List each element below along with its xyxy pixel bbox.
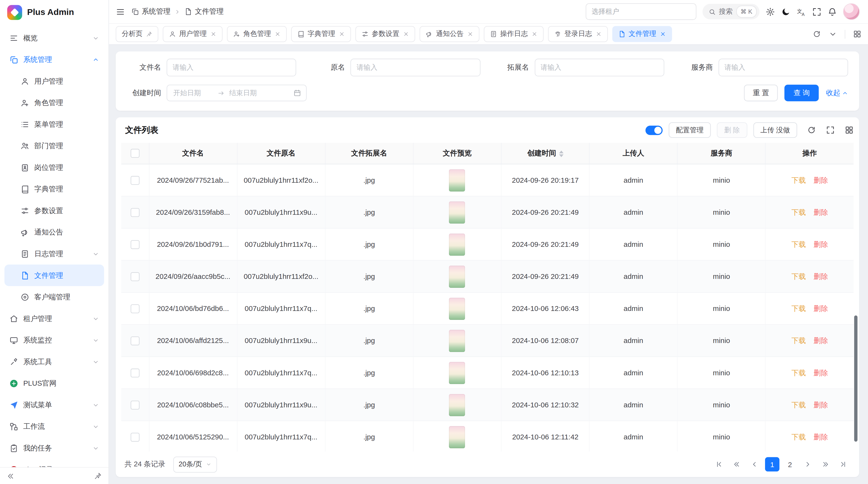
- delete-link[interactable]: 删除: [813, 336, 828, 345]
- close-icon[interactable]: [660, 31, 666, 37]
- layout-grid-icon[interactable]: [853, 30, 861, 38]
- tab-3[interactable]: 字典管理: [291, 26, 351, 42]
- breadcrumb-item-file[interactable]: 文件管理: [184, 7, 224, 17]
- delete-button[interactable]: 删 除: [717, 122, 747, 138]
- start-date-input[interactable]: [172, 89, 214, 97]
- file-preview-image[interactable]: [449, 233, 465, 256]
- delete-link[interactable]: 删除: [813, 304, 828, 312]
- download-link[interactable]: 下载: [791, 208, 806, 216]
- page-2-button[interactable]: 2: [783, 457, 797, 472]
- table-scrollbar-thumb[interactable]: [854, 316, 858, 442]
- close-icon[interactable]: [274, 31, 280, 37]
- sidebar-item[interactable]: 概览: [4, 27, 104, 49]
- delete-link[interactable]: 删除: [813, 176, 828, 184]
- download-link[interactable]: 下载: [791, 272, 806, 280]
- close-icon[interactable]: [339, 31, 345, 37]
- file-preview-image[interactable]: [449, 394, 465, 416]
- row-checkbox[interactable]: [130, 176, 140, 185]
- filter-input[interactable]: [718, 59, 848, 76]
- file-preview-image[interactable]: [449, 329, 465, 352]
- sidebar-item[interactable]: 测试菜单: [4, 394, 104, 416]
- breadcrumb-item-system[interactable]: 系统管理: [131, 7, 170, 17]
- collapse-filters-link[interactable]: 收起: [826, 88, 848, 98]
- tenant-select-input[interactable]: [585, 3, 696, 20]
- app-logo[interactable]: Plus Admin: [0, 0, 108, 24]
- hamburger-menu-icon[interactable]: [116, 7, 125, 17]
- sidebar-item[interactable]: PLUS官网: [4, 373, 104, 394]
- page-1-button[interactable]: 1: [765, 457, 779, 472]
- file-preview-image[interactable]: [449, 201, 465, 223]
- fullscreen-table-icon[interactable]: [826, 126, 835, 134]
- sidebar-item[interactable]: gitee记录: [4, 459, 104, 467]
- delete-link[interactable]: 删除: [813, 432, 828, 441]
- row-checkbox[interactable]: [130, 304, 140, 313]
- refresh-icon[interactable]: [812, 30, 821, 38]
- query-button[interactable]: 查 询: [784, 85, 818, 101]
- delete-link[interactable]: 删除: [813, 368, 828, 377]
- download-link[interactable]: 下载: [791, 400, 806, 409]
- page-size-select[interactable]: 20条/页: [173, 456, 217, 473]
- sidebar-item[interactable]: 菜单管理: [4, 114, 104, 135]
- pin-icon[interactable]: [94, 472, 102, 480]
- download-link[interactable]: 下载: [791, 336, 806, 345]
- gear-icon[interactable]: [766, 7, 775, 17]
- last-page-button[interactable]: [836, 457, 850, 472]
- tab-1[interactable]: 用户管理: [162, 26, 222, 42]
- row-checkbox[interactable]: [130, 272, 140, 281]
- sidebar-item[interactable]: 系统监控: [4, 329, 104, 351]
- close-icon[interactable]: [210, 31, 216, 37]
- sidebar-item[interactable]: 用户管理: [4, 70, 104, 92]
- filter-input[interactable]: [166, 59, 296, 76]
- tab-6[interactable]: 操作日志: [484, 26, 543, 42]
- row-checkbox[interactable]: [130, 208, 140, 217]
- chevron-down-icon[interactable]: [829, 30, 837, 38]
- row-checkbox[interactable]: [130, 368, 140, 378]
- upload-button[interactable]: 上传 没做: [753, 122, 797, 138]
- user-avatar[interactable]: [843, 3, 860, 20]
- sidebar-item[interactable]: 系统管理: [4, 49, 104, 70]
- sidebar-item[interactable]: 岗位管理: [4, 157, 104, 179]
- translate-icon[interactable]: 文A: [797, 7, 806, 17]
- column-settings-icon[interactable]: [845, 126, 854, 134]
- end-date-input[interactable]: [228, 89, 270, 97]
- sidebar-item[interactable]: 租户管理: [4, 308, 104, 329]
- close-icon[interactable]: [531, 31, 537, 37]
- next-pages-button[interactable]: [818, 457, 833, 472]
- close-icon[interactable]: [403, 31, 409, 37]
- row-checkbox[interactable]: [130, 240, 140, 249]
- download-link[interactable]: 下载: [791, 304, 806, 312]
- file-preview-image[interactable]: [449, 169, 465, 191]
- global-search-button[interactable]: 搜索 ⌘ K: [702, 4, 760, 19]
- file-preview-image[interactable]: [449, 361, 465, 384]
- refresh-table-icon[interactable]: [807, 126, 816, 134]
- tab-0[interactable]: 分析页: [116, 26, 158, 42]
- tab-4[interactable]: 参数设置: [355, 26, 415, 42]
- stripe-toggle[interactable]: [646, 125, 662, 135]
- download-link[interactable]: 下载: [791, 176, 806, 184]
- close-icon[interactable]: [467, 31, 473, 37]
- delete-link[interactable]: 删除: [813, 208, 828, 216]
- row-checkbox[interactable]: [130, 336, 140, 345]
- tab-8[interactable]: 文件管理: [612, 26, 672, 42]
- sidebar-item[interactable]: 角色管理: [4, 92, 104, 114]
- sort-icon[interactable]: [559, 150, 563, 157]
- file-preview-image[interactable]: [449, 297, 465, 320]
- select-all-checkbox[interactable]: [130, 149, 140, 158]
- row-checkbox[interactable]: [130, 433, 140, 442]
- file-preview-image[interactable]: [449, 265, 465, 288]
- sidebar-item[interactable]: 日志管理: [4, 243, 104, 265]
- reset-button[interactable]: 重 置: [744, 85, 778, 101]
- pin-icon[interactable]: [146, 31, 152, 37]
- tab-2[interactable]: 角色管理: [227, 26, 286, 42]
- collapse-sidebar-icon[interactable]: [7, 472, 15, 480]
- sidebar-item[interactable]: 客户端管理: [4, 286, 104, 308]
- sidebar-item[interactable]: 我的任务: [4, 437, 104, 459]
- date-range-picker[interactable]: [166, 85, 307, 101]
- sidebar-item[interactable]: 参数设置: [4, 200, 104, 222]
- tab-5[interactable]: 通知公告: [419, 26, 479, 42]
- dark-mode-icon[interactable]: [781, 7, 790, 17]
- download-link[interactable]: 下载: [791, 368, 806, 377]
- config-manage-button[interactable]: 配置管理: [669, 122, 711, 138]
- delete-link[interactable]: 删除: [813, 240, 828, 248]
- next-page-button[interactable]: [801, 457, 815, 472]
